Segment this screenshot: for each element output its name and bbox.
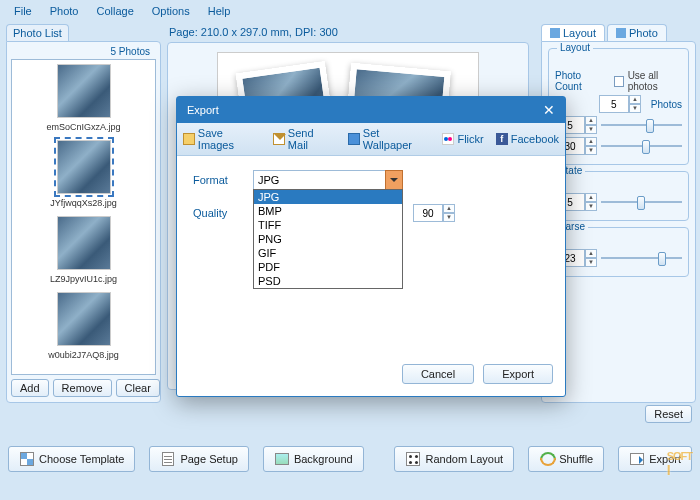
menu-file[interactable]: File: [6, 3, 40, 19]
spin-up-icon[interactable]: ▲: [585, 249, 597, 258]
clear-button[interactable]: Clear: [116, 379, 160, 397]
menu-photo[interactable]: Photo: [42, 3, 87, 19]
layout-icon: [550, 28, 560, 38]
dropdown-option[interactable]: GIF: [254, 246, 402, 260]
spin-down-icon[interactable]: ▼: [629, 104, 641, 113]
spin-down-icon[interactable]: ▼: [585, 125, 597, 134]
spin-down-icon[interactable]: ▼: [585, 202, 597, 211]
slider[interactable]: [601, 251, 682, 265]
quality-spinner[interactable]: ▲▼: [413, 204, 455, 222]
group-title: Layout: [557, 42, 593, 53]
list-item[interactable]: w0ubi2J7AQ8.jpg: [12, 288, 155, 364]
list-item[interactable]: LZ9JpyvIU1c.jpg: [12, 212, 155, 288]
photo-count-spinner[interactable]: ▲▼: [599, 95, 641, 113]
page-setup-button[interactable]: Page Setup: [149, 446, 249, 472]
reset-button[interactable]: Reset: [645, 405, 692, 423]
dialog-titlebar[interactable]: Export ✕: [177, 97, 565, 123]
menu-bar: File Photo Collage Options Help: [0, 0, 700, 22]
button-label: Random Layout: [425, 453, 503, 465]
format-dropdown[interactable]: JPG BMP TIFF PNG GIF PDF PSD: [253, 189, 403, 289]
format-input[interactable]: [253, 170, 403, 190]
spin-up-icon[interactable]: ▲: [585, 137, 597, 146]
spin-up-icon[interactable]: ▲: [443, 204, 455, 213]
thumbnail-list[interactable]: emSoCnIGxzA.jpg JYfjwqqXs28.jpg LZ9JpyvI…: [11, 59, 156, 375]
tab-label: Send Mail: [288, 127, 336, 151]
page-info-label: Page: 210.0 x 297.0 mm, DPI: 300: [167, 24, 529, 42]
add-button[interactable]: Add: [11, 379, 49, 397]
button-label: Page Setup: [180, 453, 238, 465]
photo-count-label: 5 Photos: [11, 46, 156, 57]
spin-up-icon[interactable]: ▲: [585, 116, 597, 125]
dropdown-option[interactable]: PDF: [254, 260, 402, 274]
list-item[interactable]: JYfjwqqXs28.jpg: [12, 136, 155, 212]
slider[interactable]: [601, 195, 682, 209]
facebook-tab[interactable]: fFacebook: [496, 127, 559, 151]
tab-label: Facebook: [511, 133, 559, 145]
cancel-button[interactable]: Cancel: [402, 364, 474, 384]
dropdown-option[interactable]: JPG: [254, 190, 402, 204]
dropdown-option[interactable]: PSD: [254, 274, 402, 288]
random-layout-button[interactable]: Random Layout: [394, 446, 514, 472]
quality-input[interactable]: [413, 204, 443, 222]
spin-up-icon[interactable]: ▲: [629, 95, 641, 104]
dice-icon: [405, 451, 421, 467]
rotate-group: otate ▲▼: [548, 171, 689, 221]
spin-down-icon[interactable]: ▼: [585, 258, 597, 267]
thumbnail-filename: emSoCnIGxzA.jpg: [12, 122, 155, 132]
format-combobox[interactable]: JPG BMP TIFF PNG GIF PDF PSD: [253, 170, 403, 190]
tab-photo[interactable]: Photo: [607, 24, 667, 41]
button-label: Background: [294, 453, 353, 465]
thumbnail[interactable]: [57, 140, 111, 194]
photo-list-panel: Photo List 5 Photos emSoCnIGxzA.jpg JYfj…: [6, 24, 161, 442]
menu-help[interactable]: Help: [200, 3, 239, 19]
export-toolbar: Save Images Send Mail Set Wallpaper Flic…: [177, 123, 565, 156]
photo-list-title: Photo List: [6, 24, 69, 41]
thumbnail-filename: LZ9JpyvIU1c.jpg: [12, 274, 155, 284]
photos-suffix: Photos: [651, 99, 682, 110]
use-all-label: Use all photos: [628, 70, 682, 92]
photo-count-input[interactable]: [599, 95, 629, 113]
slider[interactable]: [601, 139, 682, 153]
spin-down-icon[interactable]: ▼: [443, 213, 455, 222]
dropdown-option[interactable]: BMP: [254, 204, 402, 218]
chevron-down-icon[interactable]: [385, 170, 403, 190]
dropdown-option[interactable]: PNG: [254, 232, 402, 246]
thumbnail[interactable]: [57, 216, 111, 270]
button-label: Shuffle: [559, 453, 593, 465]
photo-count-label: Photo Count: [555, 70, 610, 92]
dropdown-option[interactable]: TIFF: [254, 218, 402, 232]
dialog-title: Export: [187, 104, 219, 116]
tab-layout[interactable]: Layout: [541, 24, 605, 41]
spin-down-icon[interactable]: ▼: [585, 146, 597, 155]
background-button[interactable]: Background: [263, 446, 364, 472]
button-label: Export: [649, 453, 681, 465]
tab-label: Set Wallpaper: [363, 127, 431, 151]
thumbnail[interactable]: [57, 64, 111, 118]
save-images-tab[interactable]: Save Images: [183, 127, 261, 151]
list-item[interactable]: emSoCnIGxzA.jpg: [12, 60, 155, 136]
menu-collage[interactable]: Collage: [88, 3, 141, 19]
shuffle-button[interactable]: Shuffle: [528, 446, 604, 472]
menu-options[interactable]: Options: [144, 3, 198, 19]
spin-up-icon[interactable]: ▲: [585, 193, 597, 202]
page-icon: [160, 451, 176, 467]
remove-button[interactable]: Remove: [53, 379, 112, 397]
use-all-checkbox[interactable]: [614, 76, 624, 87]
tab-label: Save Images: [198, 127, 261, 151]
photo-icon: [616, 28, 626, 38]
close-icon[interactable]: ✕: [543, 102, 555, 118]
mail-icon: [273, 133, 285, 145]
send-mail-tab[interactable]: Send Mail: [273, 127, 336, 151]
monitor-icon: [348, 133, 360, 145]
flickr-tab[interactable]: Flickr: [442, 127, 483, 151]
set-wallpaper-tab[interactable]: Set Wallpaper: [348, 127, 430, 151]
bottom-toolbar: Choose Template Page Setup Background Ra…: [0, 442, 700, 476]
thumbnail[interactable]: [57, 292, 111, 346]
choose-template-button[interactable]: Choose Template: [8, 446, 135, 472]
export-button[interactable]: Export: [618, 446, 692, 472]
slider[interactable]: [601, 118, 682, 132]
export-confirm-button[interactable]: Export: [483, 364, 553, 384]
flickr-icon: [442, 133, 454, 145]
format-label: Format: [193, 174, 253, 186]
facebook-icon: f: [496, 133, 508, 145]
